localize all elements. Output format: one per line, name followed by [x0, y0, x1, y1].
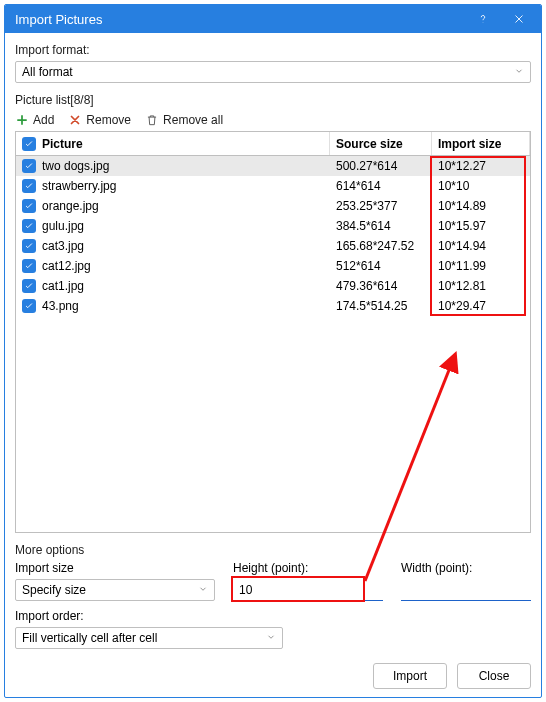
row-import-size: 10*11.99: [432, 256, 530, 276]
import-format-value: All format: [22, 65, 73, 79]
height-input[interactable]: [233, 579, 383, 601]
options-grid: Import size Specify size Height (point):…: [15, 561, 531, 601]
table-row[interactable]: 43.png174.5*514.2510*29.47: [16, 296, 530, 316]
row-import-size: 10*12.81: [432, 276, 530, 296]
table-header-import[interactable]: Import size: [432, 132, 530, 155]
row-import-size: 10*10: [432, 176, 530, 196]
window-title: Import Pictures: [15, 12, 465, 27]
close-window-button[interactable]: [501, 5, 537, 33]
row-filename: two dogs.jpg: [42, 159, 109, 173]
picture-list-label: Picture list[8/8]: [15, 93, 531, 107]
row-filename: strawberry.jpg: [42, 179, 116, 193]
check-icon: [24, 181, 34, 191]
row-checkbox[interactable]: [22, 279, 36, 293]
import-order-select[interactable]: Fill vertically cell after cell: [15, 627, 283, 649]
row-source-size: 165.68*247.52: [330, 236, 432, 256]
table-row[interactable]: cat3.jpg165.68*247.5210*14.94: [16, 236, 530, 256]
add-label: Add: [33, 113, 54, 127]
check-icon: [24, 139, 34, 149]
trash-icon: [145, 113, 159, 127]
row-import-size: 10*14.89: [432, 196, 530, 216]
row-import-size: 10*15.97: [432, 216, 530, 236]
table-row[interactable]: orange.jpg253.25*37710*14.89: [16, 196, 530, 216]
help-button[interactable]: [465, 5, 501, 33]
chevron-down-icon: [514, 65, 524, 79]
width-label: Width (point):: [401, 561, 531, 575]
import-size-value: Specify size: [22, 583, 86, 597]
check-icon: [24, 201, 34, 211]
row-source-size: 174.5*514.25: [330, 296, 432, 316]
check-icon: [24, 161, 34, 171]
select-all-checkbox[interactable]: [22, 137, 36, 151]
row-checkbox[interactable]: [22, 219, 36, 233]
import-button[interactable]: Import: [373, 663, 447, 689]
row-filename: cat1.jpg: [42, 279, 84, 293]
row-checkbox[interactable]: [22, 179, 36, 193]
chevron-down-icon: [198, 583, 208, 597]
import-pictures-dialog: Import Pictures Import format: All forma…: [4, 4, 542, 698]
more-options-label: More options: [15, 543, 531, 557]
row-checkbox[interactable]: [22, 239, 36, 253]
row-import-size: 10*29.47: [432, 296, 530, 316]
row-source-size: 384.5*614: [330, 216, 432, 236]
check-icon: [24, 281, 34, 291]
check-icon: [24, 241, 34, 251]
row-source-size: 253.25*377: [330, 196, 432, 216]
remove-label: Remove: [86, 113, 131, 127]
header-picture-label: Picture: [42, 137, 83, 151]
import-order-label: Import order:: [15, 609, 531, 623]
table-row[interactable]: cat12.jpg512*61410*11.99: [16, 256, 530, 276]
check-icon: [24, 301, 34, 311]
plus-icon: [15, 113, 29, 127]
row-checkbox[interactable]: [22, 159, 36, 173]
picture-toolbar: Add Remove Remove all: [15, 113, 531, 127]
import-size-field: Import size Specify size: [15, 561, 215, 601]
import-order-value: Fill vertically cell after cell: [22, 631, 157, 645]
check-icon: [24, 261, 34, 271]
row-source-size: 479.36*614: [330, 276, 432, 296]
row-source-size: 614*614: [330, 176, 432, 196]
check-icon: [24, 221, 34, 231]
footer: Import Close: [15, 663, 531, 689]
width-field: Width (point):: [401, 561, 531, 601]
table-row[interactable]: strawberry.jpg614*61410*10: [16, 176, 530, 196]
import-format-select[interactable]: All format: [15, 61, 531, 83]
import-size-select[interactable]: Specify size: [15, 579, 215, 601]
row-filename: cat12.jpg: [42, 259, 91, 273]
height-field: Height (point):: [233, 561, 383, 601]
height-label: Height (point):: [233, 561, 383, 575]
row-checkbox[interactable]: [22, 199, 36, 213]
row-filename: 43.png: [42, 299, 79, 313]
table-header-source[interactable]: Source size: [330, 132, 432, 155]
row-import-size: 10*14.94: [432, 236, 530, 256]
row-checkbox[interactable]: [22, 299, 36, 313]
titlebar: Import Pictures: [5, 5, 541, 33]
row-checkbox[interactable]: [22, 259, 36, 273]
close-icon: [512, 12, 526, 26]
remove-button[interactable]: Remove: [68, 113, 131, 127]
add-button[interactable]: Add: [15, 113, 54, 127]
row-source-size: 500.27*614: [330, 156, 432, 176]
table-row[interactable]: two dogs.jpg500.27*61410*12.27: [16, 156, 530, 176]
x-icon: [68, 113, 82, 127]
help-icon: [476, 12, 490, 26]
table-header-picture[interactable]: Picture: [16, 132, 330, 155]
import-order-field: Import order: Fill vertically cell after…: [15, 609, 531, 649]
row-import-size: 10*12.27: [432, 156, 530, 176]
table-row[interactable]: gulu.jpg384.5*61410*15.97: [16, 216, 530, 236]
import-size-label: Import size: [15, 561, 215, 575]
chevron-down-icon: [266, 631, 276, 645]
row-filename: gulu.jpg: [42, 219, 84, 233]
table-body: two dogs.jpg500.27*61410*12.27strawberry…: [16, 156, 530, 532]
row-filename: cat3.jpg: [42, 239, 84, 253]
close-button[interactable]: Close: [457, 663, 531, 689]
row-filename: orange.jpg: [42, 199, 99, 213]
remove-all-button[interactable]: Remove all: [145, 113, 223, 127]
row-source-size: 512*614: [330, 256, 432, 276]
dialog-body: Import format: All format Picture list[8…: [5, 33, 541, 697]
picture-table: Picture Source size Import size two dogs…: [15, 131, 531, 533]
table-row[interactable]: cat1.jpg479.36*61410*12.81: [16, 276, 530, 296]
table-header: Picture Source size Import size: [16, 132, 530, 156]
width-input[interactable]: [401, 579, 531, 601]
import-format-label: Import format:: [15, 43, 531, 57]
